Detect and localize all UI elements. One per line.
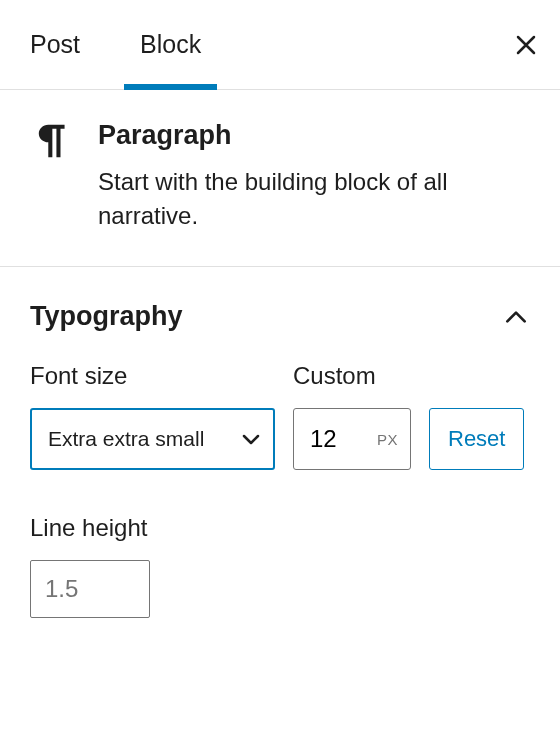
- line-height-field[interactable]: [30, 560, 150, 618]
- block-title: Paragraph: [98, 120, 530, 151]
- font-size-value: Extra extra small: [48, 427, 204, 451]
- typography-title: Typography: [30, 301, 183, 332]
- font-size-row: Font size Extra extra small Custom PX Re…: [30, 362, 530, 470]
- paragraph-icon: [34, 122, 68, 164]
- custom-size-field[interactable]: PX: [293, 408, 411, 470]
- custom-size-input[interactable]: [310, 425, 358, 453]
- chevron-down-icon: [239, 427, 263, 451]
- typography-section: Typography Font size Extra extra small C…: [0, 267, 560, 618]
- typography-toggle[interactable]: Typography: [30, 291, 530, 362]
- close-icon: [514, 33, 538, 57]
- reset-button[interactable]: Reset: [429, 408, 524, 470]
- settings-tabs: Post Block: [0, 0, 560, 90]
- tab-post[interactable]: Post: [20, 0, 90, 89]
- close-button[interactable]: [512, 31, 540, 59]
- custom-size-unit: PX: [377, 431, 398, 448]
- tab-block[interactable]: Block: [130, 0, 211, 89]
- line-height-label: Line height: [30, 514, 530, 542]
- font-size-label: Font size: [30, 362, 275, 390]
- custom-label: Custom: [293, 362, 411, 390]
- block-info: Paragraph Start with the building block …: [0, 90, 560, 267]
- block-description: Start with the building block of all nar…: [98, 165, 530, 232]
- line-height-input[interactable]: [45, 575, 135, 603]
- font-size-select[interactable]: Extra extra small: [30, 408, 275, 470]
- chevron-up-icon: [502, 303, 530, 331]
